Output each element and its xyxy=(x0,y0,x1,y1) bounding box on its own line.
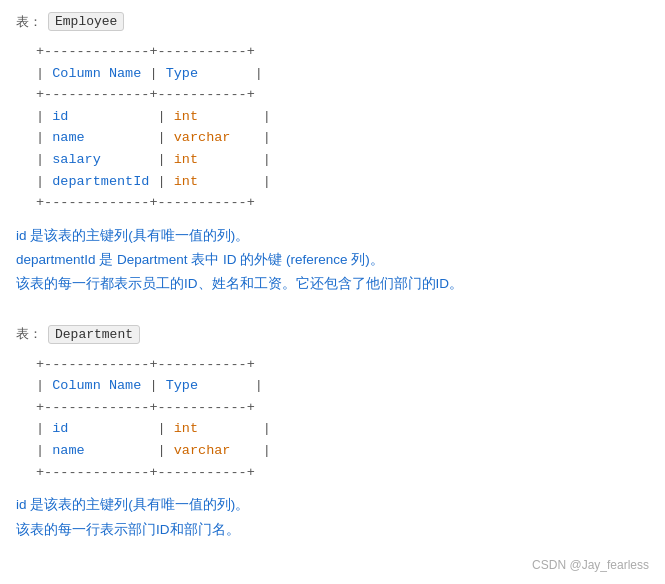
department-table-label: 表： Department xyxy=(16,325,649,344)
department-table-name: Department xyxy=(48,325,140,344)
department-description: id 是该表的主键列(具有唯一值的列)。 该表的每一行表示部门ID和部门名。 xyxy=(16,493,649,542)
watermark: CSDN @Jay_fearless xyxy=(532,558,649,572)
employee-row-departmentid: | departmentId | int | xyxy=(36,171,649,193)
employee-description: id 是该表的主键列(具有唯一值的列)。 departmentId 是 Depa… xyxy=(16,224,649,297)
employee-desc-line-2: departmentId 是 Department 表中 ID 的外键 (ref… xyxy=(16,248,649,272)
employee-header-sep: +-------------+-----------+ xyxy=(36,84,649,106)
department-desc-line-1: id 是该表的主键列(具有唯一值的列)。 xyxy=(16,493,649,517)
employee-row-id: | id | int | xyxy=(36,106,649,128)
table-keyword-employee: 表： xyxy=(16,13,42,31)
employee-desc-line-1: id 是该表的主键列(具有唯一值的列)。 xyxy=(16,224,649,248)
department-section: 表： Department +-------------+-----------… xyxy=(16,325,649,542)
employee-header-row: | Column Name | Type | xyxy=(36,63,649,85)
department-header-sep: +-------------+-----------+ xyxy=(36,397,649,419)
employee-border-bottom: +-------------+-----------+ xyxy=(36,192,649,214)
employee-row-name: | name | varchar | xyxy=(36,127,649,149)
employee-row-salary: | salary | int | xyxy=(36,149,649,171)
department-schema-table: +-------------+-----------+ | Column Nam… xyxy=(36,354,649,484)
department-border-bottom: +-------------+-----------+ xyxy=(36,462,649,484)
employee-section: 表： Employee +-------------+-----------+ … xyxy=(16,12,649,297)
table-keyword-department: 表： xyxy=(16,325,42,343)
employee-table-name: Employee xyxy=(48,12,124,31)
department-border-top: +-------------+-----------+ xyxy=(36,354,649,376)
department-row-name: | name | varchar | xyxy=(36,440,649,462)
department-desc-line-2: 该表的每一行表示部门ID和部门名。 xyxy=(16,518,649,542)
employee-border-top: +-------------+-----------+ xyxy=(36,41,649,63)
employee-table-label: 表： Employee xyxy=(16,12,649,31)
department-header-row: | Column Name | Type | xyxy=(36,375,649,397)
employee-schema-table: +-------------+-----------+ | Column Nam… xyxy=(36,41,649,214)
employee-desc-line-3: 该表的每一行都表示员工的ID、姓名和工资。它还包含了他们部门的ID。 xyxy=(16,272,649,296)
department-row-id: | id | int | xyxy=(36,418,649,440)
